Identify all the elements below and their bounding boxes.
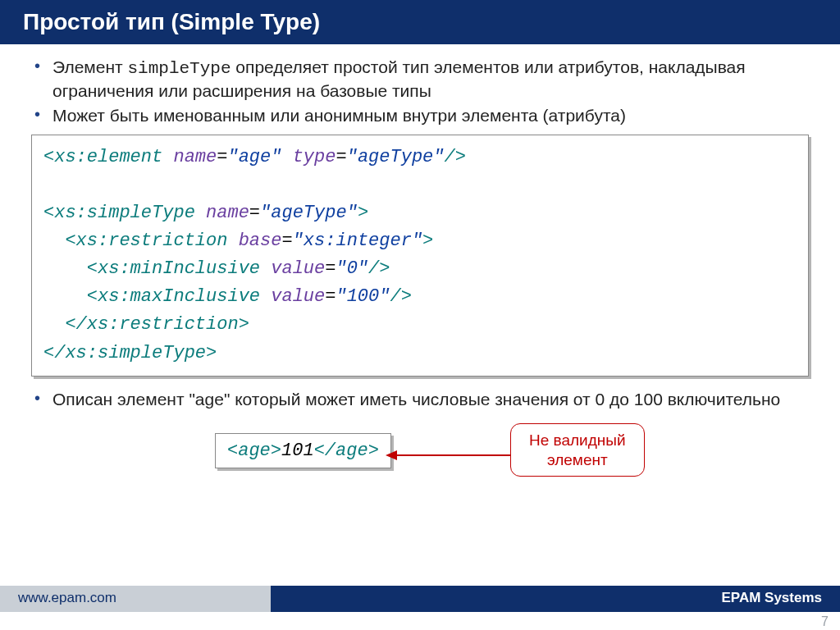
code-l5-pad xyxy=(43,258,87,279)
invalid-num: 101 xyxy=(281,441,314,461)
footer-url: www.epam.com xyxy=(0,586,271,612)
code-l6-eq: = xyxy=(325,286,336,307)
code-l1-attr1: name xyxy=(162,147,217,167)
bullet-2: Может быть именованным или анонимным вну… xyxy=(26,104,814,126)
code-l1-tag: <xs:element xyxy=(43,147,162,167)
invalid-xml-box: <age>101</age> xyxy=(215,433,391,468)
code-l1-attr2: type xyxy=(281,147,336,167)
code-l8-tag: </xs:simpleType> xyxy=(43,343,217,363)
slide-title-text: Простой тип (Simple Type) xyxy=(23,9,320,34)
footer-company: EPAM Systems xyxy=(271,586,840,612)
code-l7-pad xyxy=(43,314,65,335)
code-l5-end: /> xyxy=(368,258,390,279)
code-l6-pad xyxy=(43,286,87,307)
code-l6-end: /> xyxy=(390,286,411,307)
bullet-3-pre: Описан элемент xyxy=(52,390,189,409)
code-l3-attr: name xyxy=(195,203,249,223)
code-l3-val: "ageType" xyxy=(260,203,358,223)
invalid-close: </age> xyxy=(314,441,379,461)
bullet-3-quoted: "age" xyxy=(189,390,230,409)
code-l1-val1: "age" xyxy=(227,147,281,167)
code-l1-eq2: = xyxy=(336,147,346,167)
bullet-3-post: который может иметь числовые значения от… xyxy=(230,390,780,409)
slide-content: Элемент simpleType определяет простой ти… xyxy=(0,44,840,499)
invalid-diagram: <age>101</age> Не валидный элемент xyxy=(26,417,814,499)
code-l5-tag: <xs:minInclusive xyxy=(87,258,260,279)
code-l4-tag: <xs:restriction xyxy=(65,231,227,251)
bullet-1-mono: simpleType xyxy=(128,59,231,78)
code-l3-end: > xyxy=(358,203,368,223)
code-l6-val: "100" xyxy=(336,286,390,307)
code-l3-eq: = xyxy=(249,203,260,223)
code-l4-val: "xs:integer" xyxy=(293,231,422,251)
bullet-3: Описан элемент "age" который может иметь… xyxy=(26,388,814,410)
code-l4-attr: base xyxy=(227,231,281,251)
footer-bar: www.epam.com EPAM Systems xyxy=(0,586,840,612)
code-l6-attr: value xyxy=(260,286,325,307)
code-l6-tag: <xs:maxInclusive xyxy=(87,286,260,307)
bullet-2-text: Может быть именованным или анонимным вну… xyxy=(52,106,626,125)
invalid-callout: Не валидный элемент xyxy=(510,423,645,477)
bullet-1: Элемент simpleType определяет простой ти… xyxy=(26,56,814,103)
code-l5-val: "0" xyxy=(336,258,368,279)
code-l1-val2: "ageType" xyxy=(347,147,445,167)
bullet-1-pre: Элемент xyxy=(52,57,128,76)
slide-title: Простой тип (Simple Type) xyxy=(0,0,840,44)
code-l4-end: > xyxy=(422,231,433,251)
code-l5-eq: = xyxy=(325,258,336,279)
invalid-open: <age> xyxy=(227,441,281,461)
code-l5-attr: value xyxy=(260,258,325,279)
code-l1-end: /> xyxy=(445,147,466,167)
page-number: 7 xyxy=(821,614,829,629)
callout-line-2: элемент xyxy=(529,450,626,470)
callout-line-1: Не валидный xyxy=(529,431,626,450)
code-l4-pad xyxy=(43,231,65,251)
code-l7-tag: </xs:restriction> xyxy=(65,314,249,335)
code-l4-eq: = xyxy=(281,231,292,251)
svg-marker-1 xyxy=(386,450,397,460)
code-l3-tag: <xs:simpleType xyxy=(43,203,195,223)
code-l1-eq1: = xyxy=(217,147,227,167)
arrow-icon xyxy=(386,447,510,463)
code-block: <xs:element name="age" type="ageType"/> … xyxy=(31,135,809,377)
